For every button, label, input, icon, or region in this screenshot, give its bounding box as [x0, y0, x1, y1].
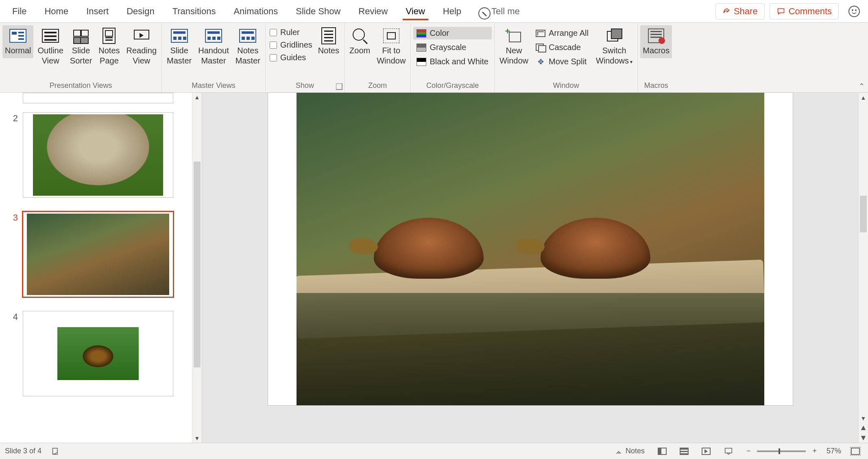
tell-me-label: Tell me: [491, 6, 520, 17]
notes-toggle-button[interactable]: Notes: [611, 445, 648, 457]
slide-thumbnail[interactable]: [23, 112, 173, 198]
zoom-track[interactable]: [757, 450, 806, 452]
tab-transitions[interactable]: Transitions: [164, 0, 225, 23]
outline-view-label: Outline View: [37, 46, 63, 66]
handout-master-button[interactable]: Handout Master: [196, 25, 231, 68]
slide-master-button[interactable]: Slide Master: [164, 25, 194, 68]
share-icon: [722, 7, 731, 15]
current-slide[interactable]: [268, 93, 793, 405]
slide-position-indicator[interactable]: Slide 3 of 4: [5, 447, 41, 455]
guides-checkbox[interactable]: Guides: [268, 52, 314, 63]
canvas-scrollbar[interactable]: ▲ ▼ ⯅ ⯆: [858, 93, 868, 443]
group-label-window: Window: [497, 80, 635, 92]
scroll-down-button[interactable]: ▼: [859, 413, 868, 423]
slide-master-icon: [171, 29, 188, 43]
tab-home[interactable]: Home: [35, 0, 77, 23]
arrange-all-label: Arrange All: [549, 28, 589, 38]
switch-windows-button[interactable]: Switch Windows ▾: [593, 25, 635, 68]
scrollbar-track[interactable]: [859, 103, 868, 413]
canvas-viewport[interactable]: [202, 93, 858, 443]
handout-master-label: Handout Master: [198, 46, 229, 66]
zoom-in-button[interactable]: +: [809, 445, 820, 457]
normal-view-status-button[interactable]: [654, 446, 670, 457]
show-dialog-launcher[interactable]: [336, 83, 342, 90]
zoom-out-button[interactable]: −: [743, 445, 754, 457]
notes-button[interactable]: Notes: [316, 25, 342, 58]
arrange-all-icon: [536, 30, 545, 37]
thumbnail-row: 4: [0, 306, 192, 405]
new-window-button[interactable]: New Window: [497, 25, 531, 68]
scroll-up-button[interactable]: ▲: [859, 93, 868, 103]
spellcheck-status-button[interactable]: [48, 446, 63, 457]
scroll-up-button[interactable]: ▲: [192, 93, 202, 102]
fit-to-window-button[interactable]: Fit to Window: [374, 25, 408, 68]
previous-slide-button[interactable]: ⯅: [859, 423, 868, 433]
zoom-handle[interactable]: [779, 448, 780, 454]
feedback-smiley-button[interactable]: [848, 6, 860, 17]
zoom-percent[interactable]: 57%: [827, 447, 841, 455]
scrollbar-track[interactable]: [192, 102, 202, 434]
next-slide-button[interactable]: ⯆: [859, 433, 868, 443]
color-button[interactable]: Color: [413, 27, 492, 39]
tab-insert[interactable]: Insert: [77, 0, 118, 23]
outline-view-icon: [42, 29, 59, 43]
scrollbar-thumb[interactable]: [860, 196, 867, 232]
notes-page-button[interactable]: Notes Page: [96, 25, 122, 68]
normal-view-button[interactable]: Normal: [2, 25, 33, 58]
cascade-button[interactable]: Cascade: [532, 41, 592, 54]
tab-review[interactable]: Review: [349, 0, 397, 23]
search-icon: [478, 7, 487, 16]
slideshow-status-button[interactable]: [720, 446, 737, 457]
bw-label: Black and White: [430, 57, 489, 66]
reading-view-status-button[interactable]: [698, 446, 714, 457]
notes-master-label: Notes Master: [236, 46, 260, 66]
slide-image[interactable]: [297, 93, 764, 405]
grayscale-label: Grayscale: [430, 43, 466, 52]
fit-to-window-status-button[interactable]: [848, 446, 863, 457]
switch-windows-label: Switch Windows ▾: [596, 46, 632, 66]
slide-thumbnail[interactable]: [23, 311, 173, 396]
thumbnails-viewport[interactable]: 2 3 4: [0, 93, 192, 443]
thumbnails-scrollbar[interactable]: ▲ ▼: [192, 93, 202, 443]
color-label: Color: [430, 28, 449, 38]
macros-button[interactable]: Macros: [640, 25, 672, 58]
cascade-label: Cascade: [549, 43, 581, 52]
share-button[interactable]: Share: [715, 3, 765, 20]
notes-master-button[interactable]: Notes Master: [233, 25, 263, 68]
tab-animations[interactable]: Animations: [225, 0, 287, 23]
move-split-label: Move Split: [549, 57, 587, 66]
tell-me-search[interactable]: Tell me: [470, 6, 527, 17]
slide-sorter-button[interactable]: Slide Sorter: [68, 25, 94, 68]
sorter-view-status-button[interactable]: [676, 446, 692, 457]
tab-design[interactable]: Design: [118, 0, 163, 23]
collapse-ribbon-button[interactable]: ⌃: [859, 82, 865, 91]
guides-label: Guides: [280, 53, 306, 62]
fit-to-window-icon: [383, 28, 399, 43]
zoom-button[interactable]: Zoom: [347, 25, 373, 58]
gridlines-checkbox[interactable]: Gridlines: [268, 39, 314, 50]
comments-button[interactable]: Comments: [770, 3, 839, 20]
slide-thumbnail[interactable]: [23, 212, 173, 297]
slide-thumbnail[interactable]: [23, 93, 173, 103]
work-area: 2 3 4 ▲: [0, 93, 868, 443]
bw-swatch-icon: [417, 58, 426, 66]
switch-windows-icon: [606, 28, 622, 43]
group-window: New Window Arrange All Cascade Move Spli…: [495, 23, 638, 92]
grayscale-button[interactable]: Grayscale: [413, 41, 492, 54]
move-split-button[interactable]: Move Split: [532, 55, 592, 68]
outline-view-button[interactable]: Outline View: [35, 25, 65, 68]
zoom-slider[interactable]: − +: [743, 445, 820, 457]
scroll-down-button[interactable]: ▼: [192, 434, 202, 443]
notes-master-icon: [239, 29, 256, 43]
status-bar: Slide 3 of 4 Notes − + 57%: [0, 443, 868, 459]
tab-slideshow[interactable]: Slide Show: [287, 0, 349, 23]
scrollbar-thumb[interactable]: [194, 162, 201, 367]
tab-help[interactable]: Help: [434, 0, 470, 23]
black-and-white-button[interactable]: Black and White: [413, 55, 492, 68]
ruler-checkbox[interactable]: Ruler: [268, 27, 314, 38]
reading-view-button[interactable]: Reading View: [124, 25, 159, 68]
arrange-all-button[interactable]: Arrange All: [532, 27, 592, 39]
image-subject: [374, 218, 484, 279]
tab-view[interactable]: View: [397, 0, 434, 23]
tab-file[interactable]: File: [3, 0, 35, 23]
